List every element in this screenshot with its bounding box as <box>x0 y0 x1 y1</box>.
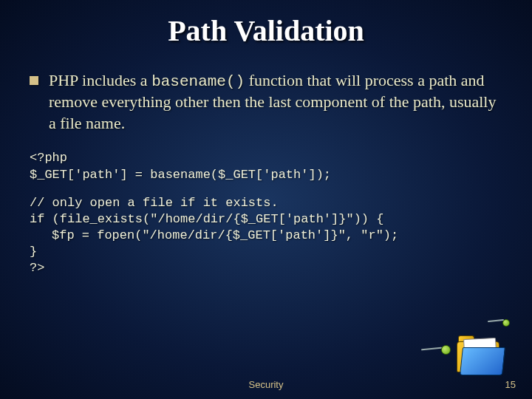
folder-icon <box>455 331 508 377</box>
bullet-icon <box>30 76 38 85</box>
code-line: $_GET['path'] = basename($_GET['path']); <box>30 168 331 182</box>
decorative-dot <box>502 319 510 327</box>
bullet-item: PHP includes a basename() function that … <box>30 70 502 134</box>
code-line: if (file_exists("/home/dir/{$_GET['path'… <box>30 212 383 226</box>
slide: Path Validation PHP includes a basename(… <box>0 0 532 399</box>
code-line: $fp = fopen("/home/dir/{$_GET['path']}",… <box>30 228 398 242</box>
code-line: } <box>30 245 37 259</box>
bullet-text: PHP includes a basename() function that … <box>49 70 502 134</box>
code-line: ?> <box>30 261 44 275</box>
decorative-dot <box>441 345 451 355</box>
bullet-text-pre: PHP includes a <box>49 71 151 89</box>
code-line: <?php <box>30 151 67 165</box>
code-block-1: <?php $_GET['path'] = basename($_GET['pa… <box>30 150 502 183</box>
slide-title: Path Validation <box>30 13 502 48</box>
bullet-code: basename() <box>151 73 245 90</box>
code-comment: // only open a file if it exists. <box>30 196 279 210</box>
page-number: 15 <box>505 379 516 390</box>
footer-label: Security <box>249 379 284 390</box>
motion-line <box>421 347 442 349</box>
code-block-2: // only open a file if it exists. if (fi… <box>30 195 502 276</box>
motion-line <box>488 318 504 321</box>
